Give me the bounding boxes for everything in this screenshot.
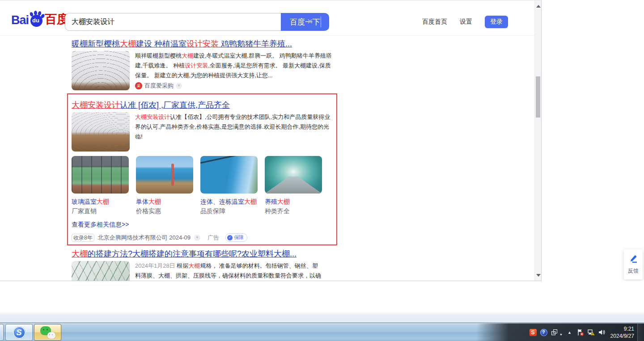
feedback-button[interactable]: 反馈 [624, 249, 643, 279]
ad-card-glass-greenhouse[interactable]: 玻璃温室大棚 厂家直销 [72, 156, 129, 215]
ad-label: 广告 [208, 234, 219, 242]
wechat-icon [40, 326, 55, 339]
ad-card-single-greenhouse[interactable]: 单体大棚 价格实惠 [136, 156, 193, 215]
result1-source[interactable]: 百度爱采购 [144, 82, 174, 90]
ad-result-highlighted: 大棚安装设计认准 [佰农] ,厂家直供,产品齐全 大棚安装设计认准【佰农】,公司… [67, 93, 337, 245]
sogou-browser-icon: S [13, 326, 25, 339]
ad-abstract: 大棚安装设计认准【佰农】,公司拥有专业的技术团队,实力和产品质量获得业界的认可,… [135, 112, 333, 142]
logo-text-du: du [32, 17, 39, 24]
show-desktop-button[interactable] [637, 323, 644, 341]
feedback-label: 反馈 [624, 267, 643, 275]
baidu-logo[interactable]: Bai du 百度 [11, 11, 69, 27]
ad-card2-image[interactable] [136, 156, 193, 194]
chevron-down-icon[interactable]: ▼ [194, 235, 200, 241]
result-organic-1: 暖棚新型樱桃大棚建设 种植温室设计安装 鸡鸭鹅猪牛羊养殖... 顺祥暖棚新型樱桃… [72, 38, 334, 90]
ad-company: 北京企腾网络技术有限公司 2024-09 [98, 234, 191, 242]
network-warning-icon[interactable] [587, 328, 595, 336]
scroll-down-arrow-icon[interactable] [536, 274, 541, 277]
ad-sitelink-cards: 玻璃温室大棚 厂家直销 单体大棚 价格实惠 连体、连栋温室大棚 品质保障 养殖大… [72, 156, 333, 215]
clock-date: 2024/9/27 [605, 333, 634, 340]
result1-abstract: 顺祥暖棚新型樱桃大棚建设,冬暖式温室大棚,群腾一跃。 鸡鸭鹅猪牛羊养殖搭建,千载… [135, 51, 334, 80]
search-button[interactable]: 百度一下 [281, 13, 329, 31]
ad-card3-image[interactable] [200, 156, 258, 194]
taskbar-button-wechat[interactable] [34, 324, 61, 341]
chevron-down-icon[interactable]: ▼ [176, 83, 182, 89]
baidu-paw-icon: du [29, 11, 44, 27]
windows-taskbar: S S ? ▼ ▲ [0, 323, 644, 341]
search-form: ✕ 百度一下 [65, 13, 329, 31]
result1-title-link[interactable]: 暖棚新型樱桃大棚建设 种植温室设计安装 鸡鸭鹅猪牛羊养殖... [72, 38, 334, 49]
system-tray: S ? ▼ ▲ [529, 323, 606, 341]
clear-search-icon[interactable]: ✕ [305, 17, 314, 26]
taskbar-clock[interactable]: 9:21 2024/9/27 [605, 325, 634, 340]
search-input[interactable] [65, 13, 281, 31]
ad-card4-image[interactable] [265, 156, 322, 194]
result-organic-2: 大棚的搭建方法?大棚搭建的注意事项有哪些呢?农业塑料大棚... 2024年1月2… [72, 248, 334, 281]
ad-main-thumbnail[interactable] [72, 112, 130, 152]
indexed-age-badge: 收录8年 [72, 234, 94, 242]
scrollbar-thumb[interactable] [536, 76, 540, 118]
clock-time: 9:21 [605, 325, 634, 333]
pencil-icon [628, 254, 638, 263]
ime-caret-icon[interactable]: ▼ [559, 333, 563, 336]
help-icon[interactable]: ? [540, 328, 547, 336]
shield-check-icon: ✓ [227, 235, 233, 240]
ad-title-link[interactable]: 大棚安装设计认准 [佰农] ,厂家直供,产品齐全 [72, 100, 333, 110]
taskbar-button-partial[interactable] [0, 324, 4, 341]
desktop-background [0, 281, 644, 323]
logo-text-bai: Bai [11, 13, 29, 27]
result3-title-link[interactable]: 大棚的搭建方法?大棚搭建的注意事项有哪些呢?农业塑料大棚... [72, 248, 334, 259]
header-right-nav: 百度首页 设置 登录 [422, 16, 508, 28]
scroll-up-arrow-icon[interactable] [536, 5, 541, 8]
ad-footer: 收录8年 北京企腾网络技术有限公司 2024-09 ▼ 广告 ✓ 保障 [72, 233, 333, 242]
action-center-flag-icon[interactable] [576, 328, 584, 336]
result1-thumbnail[interactable] [72, 51, 130, 90]
ad-card1-image[interactable] [72, 156, 129, 194]
baidu-header: Bai du 百度 ✕ 百度一下 百度首页 设置 登录 [0, 0, 535, 36]
browser-scrollbar[interactable] [534, 0, 541, 281]
ime-restore-icon[interactable] [551, 328, 558, 336]
browser-window: Bai du 百度 ✕ 百度一下 百度首页 设置 登录 暖棚新型樱桃大棚建设 种… [0, 0, 542, 281]
show-hidden-icons-chevron[interactable]: ▲ [566, 328, 573, 336]
guarantee-badge[interactable]: ✓ 保障 [225, 233, 247, 242]
result3-abstract: 2024年1月28日 根据大棚规格， 准备足够的材料。包括钢管、钢丝、塑料薄膜、… [135, 261, 334, 281]
see-more-link[interactable]: 查看更多相关信息>> [72, 221, 129, 229]
sogou-ime-icon[interactable]: S [529, 328, 537, 336]
input-divider [321, 17, 321, 27]
search-results: 暖棚新型樱桃大棚建设 种植温室设计安装 鸡鸭鹅猪牛羊养殖... 顺祥暖棚新型樱桃… [72, 38, 334, 90]
ad-card-breeding-greenhouse[interactable]: 养殖大棚 种类齐全 [265, 156, 322, 215]
nav-settings[interactable]: 设置 [460, 18, 472, 26]
taskbar-button-sogou-browser[interactable]: S [5, 324, 33, 341]
nav-baidu-home[interactable]: 百度首页 [422, 18, 447, 26]
aicaigou-icon: 采 [135, 82, 142, 89]
login-button[interactable]: 登录 [485, 16, 508, 28]
ad-card-multi-span-greenhouse[interactable]: 连体、连栋温室大棚 品质保障 [200, 156, 258, 215]
result3-thumbnail[interactable] [72, 261, 130, 281]
